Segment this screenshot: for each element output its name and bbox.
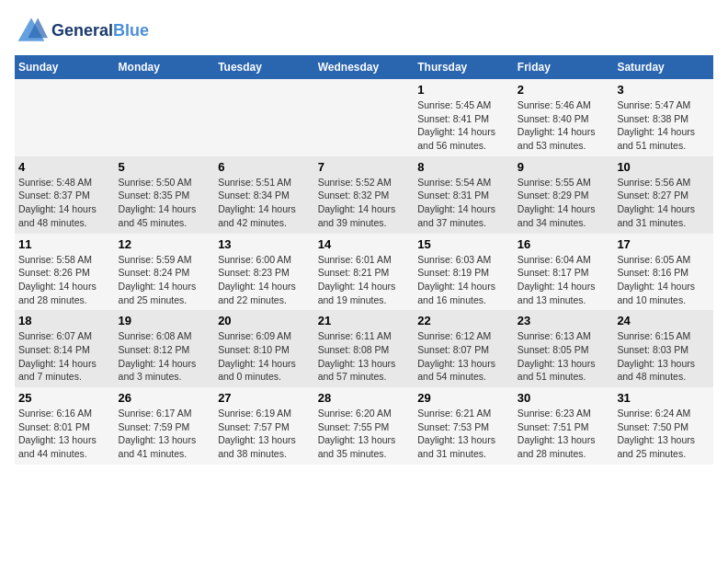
calendar-cell: 7Sunrise: 5:52 AM Sunset: 8:32 PM Daylig… (314, 156, 415, 234)
day-info: Sunrise: 5:55 AM Sunset: 8:29 PM Dayligh… (518, 176, 610, 230)
day-number: 16 (518, 237, 610, 251)
day-number: 20 (218, 314, 311, 327)
day-number: 30 (518, 391, 610, 405)
calendar-cell: 20Sunrise: 6:09 AM Sunset: 8:10 PM Dayli… (214, 310, 314, 387)
day-info: Sunrise: 6:00 AM Sunset: 8:23 PM Dayligh… (218, 253, 311, 307)
calendar-cell (115, 79, 215, 156)
day-number: 31 (617, 391, 710, 405)
weekday-header: Thursday (414, 55, 514, 79)
day-info: Sunrise: 6:08 AM Sunset: 8:12 PM Dayligh… (119, 329, 211, 384)
day-number: 3 (617, 83, 710, 97)
calendar-cell: 6Sunrise: 5:51 AM Sunset: 8:34 PM Daylig… (214, 156, 314, 234)
calendar-cell: 25Sunrise: 6:16 AM Sunset: 8:01 PM Dayli… (15, 387, 115, 465)
day-info: Sunrise: 5:48 AM Sunset: 8:37 PM Dayligh… (18, 176, 111, 230)
day-info: Sunrise: 5:51 AM Sunset: 8:34 PM Dayligh… (218, 176, 311, 230)
day-info: Sunrise: 6:20 AM Sunset: 7:55 PM Dayligh… (318, 407, 411, 461)
day-info: Sunrise: 6:03 AM Sunset: 8:19 PM Dayligh… (417, 253, 510, 307)
page-header: GeneralBlue (15, 15, 713, 48)
day-number: 1 (417, 83, 510, 97)
day-info: Sunrise: 6:16 AM Sunset: 8:01 PM Dayligh… (18, 407, 111, 461)
day-info: Sunrise: 6:19 AM Sunset: 7:57 PM Dayligh… (218, 407, 311, 461)
day-info: Sunrise: 5:59 AM Sunset: 8:24 PM Dayligh… (119, 253, 211, 307)
day-info: Sunrise: 5:47 AM Sunset: 8:38 PM Dayligh… (617, 98, 710, 153)
calendar-week-row: 18Sunrise: 6:07 AM Sunset: 8:14 PM Dayli… (15, 310, 713, 387)
day-number: 7 (318, 160, 411, 174)
day-number: 28 (318, 391, 411, 405)
day-info: Sunrise: 6:09 AM Sunset: 8:10 PM Dayligh… (218, 329, 311, 384)
day-number: 5 (119, 160, 211, 174)
day-info: Sunrise: 6:11 AM Sunset: 8:08 PM Dayligh… (318, 329, 411, 384)
day-number: 29 (417, 391, 510, 405)
day-info: Sunrise: 6:24 AM Sunset: 7:50 PM Dayligh… (617, 407, 710, 461)
calendar-cell: 26Sunrise: 6:17 AM Sunset: 7:59 PM Dayli… (115, 387, 215, 465)
day-number: 23 (518, 314, 610, 327)
day-number: 4 (18, 160, 111, 174)
logo-icon (15, 15, 48, 48)
day-number: 24 (617, 314, 710, 327)
calendar-cell: 29Sunrise: 6:21 AM Sunset: 7:53 PM Dayli… (414, 387, 514, 465)
calendar-cell: 8Sunrise: 5:54 AM Sunset: 8:31 PM Daylig… (414, 156, 514, 234)
day-number: 13 (218, 237, 311, 251)
calendar-cell: 16Sunrise: 6:04 AM Sunset: 8:17 PM Dayli… (514, 234, 614, 311)
day-number: 14 (318, 237, 411, 251)
day-number: 6 (218, 160, 311, 174)
weekday-header: Saturday (613, 55, 713, 79)
calendar-cell: 24Sunrise: 6:15 AM Sunset: 8:03 PM Dayli… (613, 310, 713, 387)
day-number: 19 (119, 314, 211, 327)
calendar-cell: 22Sunrise: 6:12 AM Sunset: 8:07 PM Dayli… (414, 310, 514, 387)
day-info: Sunrise: 5:56 AM Sunset: 8:27 PM Dayligh… (617, 176, 710, 230)
weekday-header: Sunday (15, 55, 115, 79)
weekday-header: Wednesday (314, 55, 415, 79)
day-info: Sunrise: 6:12 AM Sunset: 8:07 PM Dayligh… (417, 329, 510, 384)
calendar-cell: 3Sunrise: 5:47 AM Sunset: 8:38 PM Daylig… (613, 79, 713, 156)
calendar-cell: 5Sunrise: 5:50 AM Sunset: 8:35 PM Daylig… (115, 156, 215, 234)
day-info: Sunrise: 5:50 AM Sunset: 8:35 PM Dayligh… (119, 176, 211, 230)
logo: GeneralBlue (15, 15, 149, 48)
day-number: 11 (18, 237, 111, 251)
calendar-cell (15, 79, 115, 156)
day-info: Sunrise: 6:23 AM Sunset: 7:51 PM Dayligh… (518, 407, 610, 461)
day-info: Sunrise: 5:45 AM Sunset: 8:41 PM Dayligh… (417, 98, 510, 153)
calendar-cell: 18Sunrise: 6:07 AM Sunset: 8:14 PM Dayli… (15, 310, 115, 387)
day-info: Sunrise: 6:17 AM Sunset: 7:59 PM Dayligh… (119, 407, 211, 461)
day-number: 17 (617, 237, 710, 251)
day-info: Sunrise: 6:13 AM Sunset: 8:05 PM Dayligh… (518, 329, 610, 384)
day-number: 10 (617, 160, 710, 174)
day-info: Sunrise: 6:21 AM Sunset: 7:53 PM Dayligh… (417, 407, 510, 461)
calendar-cell: 10Sunrise: 5:56 AM Sunset: 8:27 PM Dayli… (613, 156, 713, 234)
calendar-cell: 11Sunrise: 5:58 AM Sunset: 8:26 PM Dayli… (15, 234, 115, 311)
calendar-cell: 9Sunrise: 5:55 AM Sunset: 8:29 PM Daylig… (514, 156, 614, 234)
calendar-week-row: 1Sunrise: 5:45 AM Sunset: 8:41 PM Daylig… (15, 79, 713, 156)
day-number: 2 (518, 83, 610, 97)
day-number: 21 (318, 314, 411, 327)
day-info: Sunrise: 5:52 AM Sunset: 8:32 PM Dayligh… (318, 176, 411, 230)
day-number: 22 (417, 314, 510, 327)
day-info: Sunrise: 6:07 AM Sunset: 8:14 PM Dayligh… (18, 329, 111, 384)
calendar-cell: 21Sunrise: 6:11 AM Sunset: 8:08 PM Dayli… (314, 310, 415, 387)
calendar-cell: 12Sunrise: 5:59 AM Sunset: 8:24 PM Dayli… (115, 234, 215, 311)
calendar-week-row: 25Sunrise: 6:16 AM Sunset: 8:01 PM Dayli… (15, 387, 713, 465)
day-info: Sunrise: 5:54 AM Sunset: 8:31 PM Dayligh… (417, 176, 510, 230)
calendar-cell: 13Sunrise: 6:00 AM Sunset: 8:23 PM Dayli… (214, 234, 314, 311)
weekday-header: Friday (514, 55, 614, 79)
calendar-table: SundayMondayTuesdayWednesdayThursdayFrid… (15, 55, 713, 465)
calendar-cell: 23Sunrise: 6:13 AM Sunset: 8:05 PM Dayli… (514, 310, 614, 387)
weekday-header: Monday (115, 55, 215, 79)
calendar-cell (214, 79, 314, 156)
calendar-week-row: 4Sunrise: 5:48 AM Sunset: 8:37 PM Daylig… (15, 156, 713, 234)
logo-text: GeneralBlue (51, 22, 149, 40)
day-info: Sunrise: 5:46 AM Sunset: 8:40 PM Dayligh… (518, 98, 610, 153)
day-number: 26 (119, 391, 211, 405)
day-number: 8 (417, 160, 510, 174)
day-number: 27 (218, 391, 311, 405)
day-number: 15 (417, 237, 510, 251)
day-info: Sunrise: 6:05 AM Sunset: 8:16 PM Dayligh… (617, 253, 710, 307)
calendar-cell: 31Sunrise: 6:24 AM Sunset: 7:50 PM Dayli… (613, 387, 713, 465)
calendar-cell: 15Sunrise: 6:03 AM Sunset: 8:19 PM Dayli… (414, 234, 514, 311)
calendar-cell: 17Sunrise: 6:05 AM Sunset: 8:16 PM Dayli… (613, 234, 713, 311)
calendar-cell: 1Sunrise: 5:45 AM Sunset: 8:41 PM Daylig… (414, 79, 514, 156)
weekday-header: Tuesday (214, 55, 314, 79)
day-info: Sunrise: 6:15 AM Sunset: 8:03 PM Dayligh… (617, 329, 710, 384)
calendar-header: SundayMondayTuesdayWednesdayThursdayFrid… (15, 55, 713, 79)
day-number: 12 (119, 237, 211, 251)
